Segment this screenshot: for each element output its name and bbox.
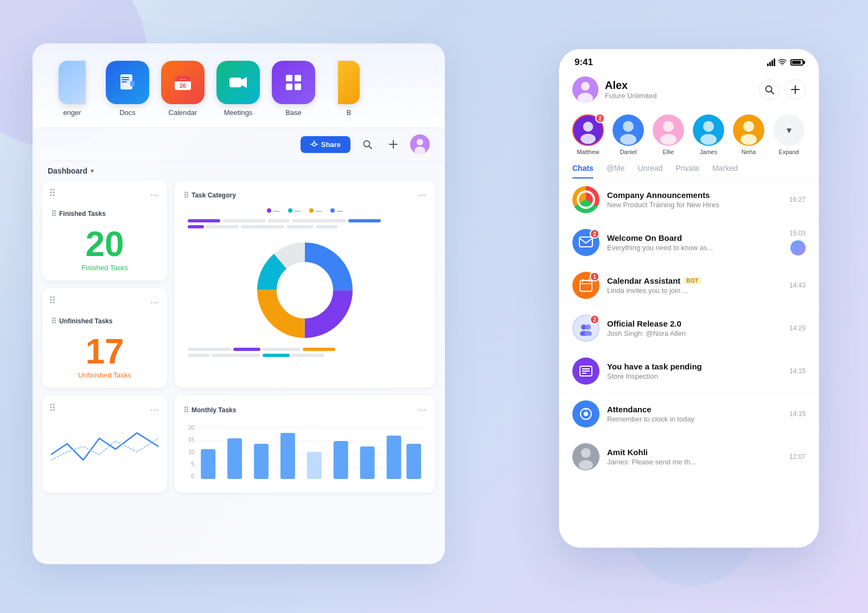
story-item-ellie[interactable]: Ellie [653,114,684,155]
status-time: 9:41 [575,57,593,68]
svg-rect-43 [360,446,375,479]
app-icon-box-partial [338,61,360,104]
story-item-daniel[interactable]: Daniel [612,114,644,155]
james-face [693,114,724,146]
mobile-app-panel: 9:41 [559,49,819,548]
story-badge-matthew: 2 [595,113,605,123]
finished-tasks-label: Finished Tasks [51,264,158,272]
legend-dot-yellow [309,208,314,213]
tab-unread[interactable]: Unread [638,164,663,178]
svg-point-56 [580,134,596,144]
chat-preview-task-pending: Store Inspection [607,372,782,380]
legend-item-yellow: — [309,207,322,214]
unfinished-tasks-widget: ⠿ ··· Unfinished Tasks 17 Unfinished Tas… [42,288,167,388]
app-icon-base[interactable]: Base [269,61,318,117]
task-pending-icon [579,364,593,378]
chat-meta-welcome: 15:03 [789,229,806,256]
profile-avatar[interactable] [572,76,598,103]
svg-point-25 [417,139,423,145]
dashboard-chevron-icon[interactable]: ▾ [91,167,94,175]
app-label-calendar: Calendar [169,108,197,117]
app-icon-box-meetings [216,61,260,104]
app-icon-box-calendar: 26 26 [161,61,205,104]
chat-name-official-release: Official Release 2.0 [607,319,782,328]
unfinished-tasks-number: 17 [51,334,158,369]
widget-menu-unfinished[interactable]: ··· [150,297,158,308]
add-button[interactable] [384,135,403,154]
story-name-expand: Expand [778,149,799,155]
chat-time-calendar: 14:43 [789,282,806,289]
widget-drag-handle-finished[interactable]: ⠿ [49,187,56,199]
story-item-neha[interactable]: Neha [733,114,764,155]
attendance-icon [579,407,593,421]
expand-button[interactable]: ▾ [773,114,805,146]
story-avatar-neha [733,114,764,146]
donut-bar-row2 [188,225,422,228]
widget-menu-monthly[interactable]: ··· [418,404,426,416]
search-header-button[interactable] [759,79,780,100]
svg-rect-45 [406,444,421,479]
search-button[interactable] [358,135,376,154]
app-label-base: Base [285,108,302,117]
add-header-button[interactable] [785,79,806,100]
toolbar: Share [33,128,445,161]
chat-item-task-pending[interactable]: You have a task pending Store Inspection… [559,350,819,393]
svg-rect-39 [254,444,269,479]
chat-content-attendance: Attendance Remember to clock in today [607,405,782,423]
app-label-messenger: enger [63,108,81,117]
svg-point-32 [280,265,330,315]
tab-chats[interactable]: Chats [572,164,593,178]
svg-text:26: 26 [180,82,186,89]
signal-icon [767,59,775,66]
legend-dot-cyan [288,208,292,213]
unfinished-tasks-title: Unfinished Tasks [59,317,112,325]
chat-item-company-announcements[interactable]: Company Announcements New Product Traini… [559,178,819,221]
svg-line-21 [369,146,372,149]
finished-tasks-number: 20 [51,227,158,261]
chat-name-welcome: Welcome On Board [607,233,782,242]
bar-y-axis: 20 15 10 5 0 [183,422,194,482]
widget-menu-finished[interactable]: ··· [150,189,158,201]
tab-me[interactable]: @Me [607,164,625,178]
badge-official-release: 2 [590,315,599,324]
widget-menu-category[interactable]: ··· [418,189,426,201]
app-label-partial: B [347,108,352,117]
svg-point-86 [581,448,591,458]
widget-menu-line[interactable]: ··· [150,404,158,416]
widget-drag-handle-line[interactable]: ⠿ [49,402,56,414]
app-icon-meetings[interactable]: Meetings [214,61,263,117]
app-icon-docs[interactable]: Docs [103,61,152,117]
legend-dot-blue [330,208,335,213]
badge-calendar: 1 [590,272,599,282]
finished-tasks-title: Finished Tasks [59,210,106,218]
chat-item-attendance[interactable]: Attendance Remember to clock in today 14… [559,393,819,436]
story-item-james[interactable]: James [693,114,724,155]
donut-chart-svg-container [183,236,426,344]
user-avatar[interactable] [410,135,430,154]
svg-point-67 [743,121,754,132]
chat-item-official-release[interactable]: 2 Official Release 2.0 Josh Singh: @Nora… [559,307,819,350]
chat-content-amit-kohli: Amit Kohli James: Please send me th... [607,448,782,466]
tab-private[interactable]: Private [676,164,700,178]
share-button[interactable]: Share [301,136,350,153]
chat-item-welcome[interactable]: 2 Welcome On Board Everything you need t… [559,221,819,264]
chat-item-calendar[interactable]: 1 Calendar Assistant BOT Linda invites y… [559,264,819,307]
tab-marked[interactable]: Marked [712,164,738,178]
svg-point-61 [663,121,674,132]
chat-time-announcements: 16:27 [789,196,806,203]
app-icon-box-docs [106,61,149,104]
widget-drag-handle-unfinished[interactable]: ⠿ [49,295,56,306]
donut-chart-svg [251,236,359,344]
battery-icon [790,59,803,66]
amit-kohli-face [572,443,599,470]
donut-bars [183,219,426,228]
story-name-neha: Neha [742,149,756,155]
story-item-matthew[interactable]: 2 Matthew [572,114,604,155]
story-item-expand[interactable]: ▾ Expand [773,114,805,155]
app-icon-calendar[interactable]: 26 26 Calendar [158,61,207,117]
chat-item-amit-kohli[interactable]: Amit Kohli James: Please send me th... 1… [559,436,819,478]
legend-item-cyan: — [288,207,301,214]
bar-chart-container: 20 15 10 5 0 [183,422,426,484]
chat-preview-attendance: Remember to clock in today [607,415,782,423]
unfinished-tasks-label: Unfinished Tasks [51,371,158,379]
